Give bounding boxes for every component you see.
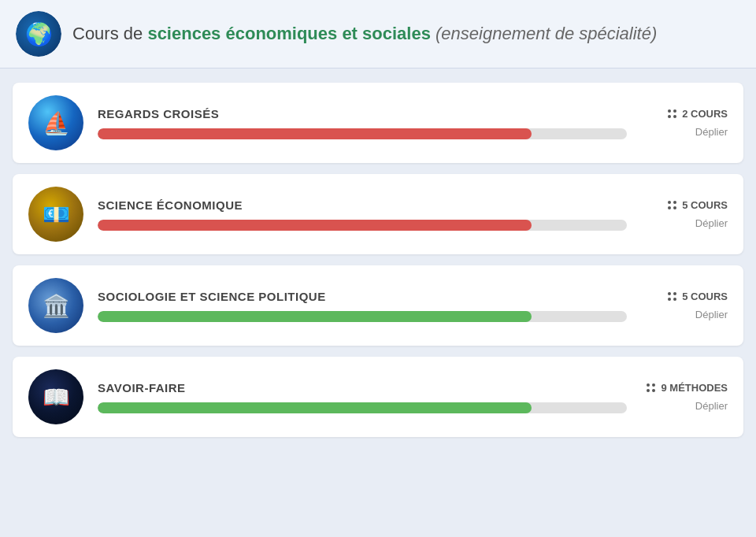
dot (673, 115, 676, 118)
course-count-sociologie-science-politique: 5 COURS (668, 291, 728, 302)
dot (668, 206, 671, 209)
count-label-savoir-faire: 9 MÉTHODES (661, 382, 728, 394)
dots-icon-science-economique (668, 201, 677, 210)
category-icon-sociologie-science-politique: 🏛️ (28, 278, 83, 333)
progress-bar-fill-sociologie-science-politique (98, 311, 532, 322)
dot (673, 109, 676, 113)
logo-icon: 🌍 (16, 11, 61, 57)
dot (668, 292, 671, 295)
deploy-link-science-economique[interactable]: Déplier (695, 217, 728, 229)
progress-bar-fill-savoir-faire (98, 402, 532, 413)
dots-icon-regards-croises (668, 109, 677, 119)
course-count-science-economique: 5 COURS (668, 199, 728, 211)
dot (673, 201, 676, 204)
title-highlight: sciences économiques et sociales (147, 24, 431, 43)
category-icon-science-economique: 💶 (28, 187, 83, 242)
content: ⛵ REGARDS CROISÉS 2 COURS Déplier 💶 (0, 69, 756, 451)
category-main-science-economique: SCIENCE ÉCONOMIQUE (98, 198, 627, 231)
dot (673, 206, 676, 209)
category-card-savoir-faire: 📖 SAVOIR-FAIRE 9 MÉTHODES Déplier (13, 357, 743, 437)
category-meta-sociologie-science-politique: 5 COURS Déplier (641, 291, 728, 320)
count-label-science-economique: 5 COURS (682, 199, 728, 211)
dot (673, 298, 676, 301)
dot (668, 201, 671, 204)
progress-bar-fill-regards-croises (98, 128, 532, 139)
dot (652, 389, 655, 392)
header-logo: 🌍 (16, 11, 61, 57)
category-icon-savoir-faire: 📖 (28, 369, 83, 424)
dot (668, 109, 671, 113)
dot (673, 292, 676, 295)
category-title-savoir-faire: SAVOIR-FAIRE (98, 381, 627, 394)
progress-bar-bg-science-economique (98, 220, 627, 231)
header: 🌍 Cours de sciences économiques et socia… (0, 0, 756, 69)
progress-bar-bg-sociologie-science-politique (98, 311, 627, 322)
category-meta-savoir-faire: 9 MÉTHODES Déplier (641, 382, 728, 412)
dot (652, 383, 655, 387)
course-count-regards-croises: 2 COURS (668, 108, 728, 120)
category-main-savoir-faire: SAVOIR-FAIRE (98, 381, 627, 413)
deploy-link-savoir-faire[interactable]: Déplier (695, 400, 728, 412)
category-main-regards-croises: REGARDS CROISÉS (98, 107, 627, 139)
category-title-regards-croises: REGARDS CROISÉS (98, 107, 627, 120)
category-title-science-economique: SCIENCE ÉCONOMIQUE (98, 198, 627, 212)
dots-icon-sociologie-science-politique (668, 292, 677, 302)
dot (668, 115, 671, 118)
count-label-sociologie-science-politique: 5 COURS (682, 291, 728, 302)
category-icon-regards-croises: ⛵ (28, 95, 83, 150)
course-count-savoir-faire: 9 MÉTHODES (647, 382, 728, 394)
title-prefix: Cours de (72, 24, 147, 43)
category-card-science-economique: 💶 SCIENCE ÉCONOMIQUE 5 COURS Déplier (13, 174, 743, 254)
dot (647, 389, 650, 392)
progress-bar-bg-savoir-faire (98, 402, 627, 413)
deploy-link-sociologie-science-politique[interactable]: Déplier (695, 309, 728, 320)
progress-bar-bg-regards-croises (98, 128, 627, 139)
category-meta-regards-croises: 2 COURS Déplier (641, 108, 728, 138)
category-title-sociologie-science-politique: SOCIOLOGIE ET SCIENCE POLITIQUE (98, 290, 627, 303)
dots-icon-savoir-faire (647, 383, 656, 393)
category-card-sociologie-science-politique: 🏛️ SOCIOLOGIE ET SCIENCE POLITIQUE 5 COU… (13, 265, 743, 346)
dot (668, 298, 671, 301)
title-suffix: (enseignement de spécialité) (431, 24, 657, 43)
category-card-regards-croises: ⛵ REGARDS CROISÉS 2 COURS Déplier (13, 83, 743, 163)
deploy-link-regards-croises[interactable]: Déplier (695, 126, 728, 138)
dot (647, 383, 650, 387)
progress-bar-fill-science-economique (98, 220, 532, 231)
page-title: Cours de sciences économiques et sociale… (72, 24, 657, 44)
category-main-sociologie-science-politique: SOCIOLOGIE ET SCIENCE POLITIQUE (98, 290, 627, 322)
category-meta-science-economique: 5 COURS Déplier (641, 199, 728, 229)
count-label-regards-croises: 2 COURS (682, 108, 728, 120)
